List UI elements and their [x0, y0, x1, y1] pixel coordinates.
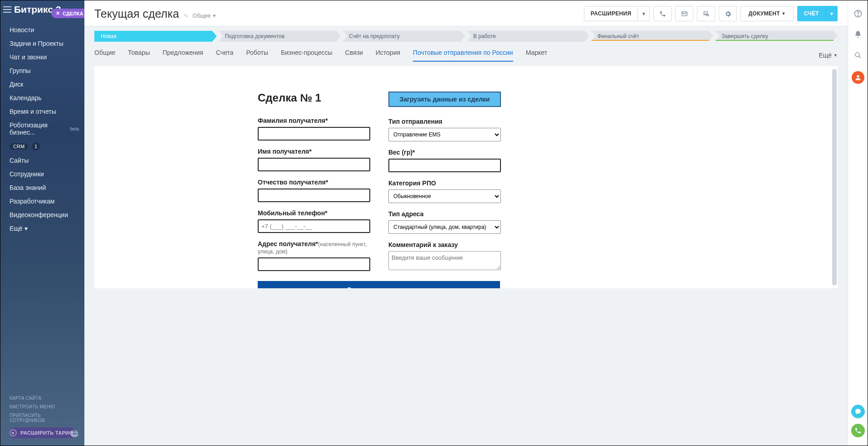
tab-general[interactable]: Общие [94, 49, 115, 62]
sidebar-item-groups[interactable]: Группы [10, 64, 84, 78]
label-weight: Вес (гр)* [388, 149, 501, 156]
tab-quotes[interactable]: Предложения [162, 49, 203, 62]
sidebar-nav: Новости Задачи и Проекты Чат и звонки Гр… [0, 20, 84, 235]
sidebar-item-calendar[interactable]: Календарь [10, 91, 84, 105]
label-ship-type: Тип отправления [388, 118, 501, 125]
stage-complete[interactable]: Завершить сделку [715, 31, 838, 41]
sidebar-item-chat[interactable]: Чат и звонки [10, 50, 84, 64]
call-button[interactable] [653, 6, 672, 21]
stage-bar: Новая Подготовка документов Счёт на пред… [84, 26, 848, 42]
scrollbar-thumb[interactable] [832, 69, 837, 286]
invoice-button[interactable]: СЧЁТ [797, 6, 826, 21]
load-deal-data-button[interactable]: Загрузить данные из сделки [388, 92, 501, 107]
stage-final-invoice[interactable]: Финальный счёт [591, 31, 714, 41]
tab-robots[interactable]: Роботы [246, 49, 268, 62]
label-lastname: Фамилия получателя* [258, 117, 370, 124]
deal-pill-label: СДЕЛКА [63, 11, 83, 16]
expand-tariff-button[interactable]: ▾ РАСШИРИТЬ ТАРИФ [10, 427, 75, 438]
pipeline-selector[interactable]: Общее ▼ [193, 13, 216, 19]
sidebar-item-crm[interactable]: CRM1 [10, 139, 84, 154]
label-rpo: Категория РПО [388, 179, 501, 187]
tab-market[interactable]: Маркет [526, 49, 547, 62]
crm-count-badge: 1 [32, 142, 40, 150]
mail-button[interactable] [675, 6, 693, 21]
svg-point-8 [857, 75, 859, 78]
detail-tabs: Общие Товары Предложения Счета Роботы Би… [84, 42, 848, 62]
avatar[interactable] [852, 71, 864, 84]
main-area: Текущая сделка ✎ Общее ▼ РАСШИРЕНИЯ ▼ [84, 0, 848, 446]
tab-products[interactable]: Товары [128, 49, 150, 62]
tabs-more[interactable]: Ещё ▼ [819, 49, 838, 62]
page-title: Текущая сделка [94, 7, 179, 20]
firstname-input[interactable] [258, 158, 370, 171]
sidebar-item-devs[interactable]: Разработчикам [10, 194, 84, 208]
document-button[interactable]: ДОКУМЕНТ ▼ [740, 6, 793, 21]
ship-type-select[interactable]: Отправление EMS [388, 128, 501, 141]
weight-input[interactable] [388, 159, 501, 172]
label-patronymic: Отчество получателя* [258, 179, 370, 186]
sidebar-item-employees[interactable]: Сотрудники [10, 167, 84, 181]
extensions-caret[interactable]: ▼ [638, 6, 650, 21]
configure-menu-link[interactable]: НАСТРОИТЬ МЕНЮ [10, 402, 75, 411]
sidebar-item-time[interactable]: Время и отчеты [10, 105, 84, 118]
tab-links[interactable]: Связи [345, 49, 363, 62]
phone-input[interactable] [258, 219, 370, 233]
notifications-icon[interactable] [853, 29, 863, 39]
chat-button[interactable] [697, 6, 715, 21]
patronymic-input[interactable] [258, 189, 370, 202]
tab-history[interactable]: История [376, 49, 400, 62]
telephony-icon[interactable] [851, 424, 865, 437]
stage-inwork[interactable]: В работе [467, 31, 589, 42]
invite-link[interactable]: ПРИГЛАСИТЬ СОТРУДНИКОВ [10, 411, 75, 425]
label-address: Адрес получателя*(населенный пункт, улиц… [258, 240, 370, 255]
sidebar-item-sites[interactable]: Сайты [10, 154, 84, 167]
lastname-input[interactable] [258, 127, 370, 141]
invoice-caret[interactable]: ▼ [826, 6, 838, 21]
help-icon[interactable] [853, 9, 863, 19]
addr-type-select[interactable]: Стандартный (улица, дом, квартира) [388, 220, 501, 234]
sitemap-link[interactable]: КАРТА САЙТА [10, 394, 75, 402]
extensions-button[interactable]: РАСШИРЕНИЯ [584, 6, 638, 21]
label-phone: Мобильный телефон* [258, 209, 370, 217]
svg-line-7 [859, 56, 861, 58]
settings-button[interactable] [719, 6, 737, 21]
address-input[interactable] [258, 257, 370, 271]
sidebar-item-video[interactable]: Видеоконференции [10, 208, 84, 222]
stage-new[interactable]: Новая [94, 31, 217, 42]
right-rail [848, 0, 868, 446]
comment-textarea[interactable] [388, 251, 501, 270]
sidebar-item-news[interactable]: Новости [10, 23, 84, 37]
rpo-select[interactable]: Обыкновенное [388, 189, 501, 203]
beta-badge: beta [70, 126, 79, 131]
label-comment: Комментарий к заказу [388, 241, 501, 248]
sidebar-item-disk[interactable]: Диск [10, 78, 84, 91]
create-shipment-button[interactable]: Создать отправление [258, 281, 500, 288]
left-sidebar: Битрикс 2 ✕ СДЕЛКА Новости Задачи и Прое… [0, 0, 84, 446]
tab-post-russia[interactable]: Почтовые отправления по России [413, 49, 513, 62]
sidebar-item-kb[interactable]: База знаний [10, 181, 84, 194]
search-icon[interactable] [853, 50, 863, 60]
content-panel: Сделка № 1 Фамилия получателя* Имя получ… [94, 66, 838, 288]
label-firstname: Имя получателя* [258, 148, 370, 155]
edit-title-icon[interactable]: ✎ [184, 13, 188, 19]
deal-context-pill[interactable]: ✕ СДЕЛКА [51, 9, 84, 18]
sidebar-item-tasks[interactable]: Задачи и Проекты [10, 37, 84, 50]
stage-docs[interactable]: Подготовка документов [219, 31, 341, 42]
sidebar-item-more[interactable]: Ещё ▾ [10, 222, 84, 235]
upgrade-icon: ▾ [10, 429, 17, 436]
tab-bp[interactable]: Бизнес-процессы [281, 49, 332, 62]
chevron-down-icon: ▼ [834, 53, 838, 58]
tab-invoices[interactable]: Счета [216, 49, 234, 62]
close-icon[interactable]: ✕ [56, 10, 60, 16]
printer-icon[interactable] [71, 430, 78, 437]
menu-icon[interactable] [3, 6, 11, 13]
panel-scrollbar[interactable] [832, 69, 838, 286]
stage-prepay[interactable]: Счёт на предоплату [343, 31, 465, 42]
svg-point-6 [855, 53, 859, 57]
topbar: Текущая сделка ✎ Общее ▼ РАСШИРЕНИЯ ▼ [84, 0, 848, 26]
label-addr-type: Тип адреса [388, 210, 501, 218]
support-bubble-icon[interactable] [851, 405, 865, 418]
form-heading: Сделка № 1 [258, 92, 370, 104]
chevron-down-icon: ▼ [212, 14, 216, 18]
sidebar-item-rpa[interactable]: Роботизация бизнес...beta [10, 118, 84, 139]
